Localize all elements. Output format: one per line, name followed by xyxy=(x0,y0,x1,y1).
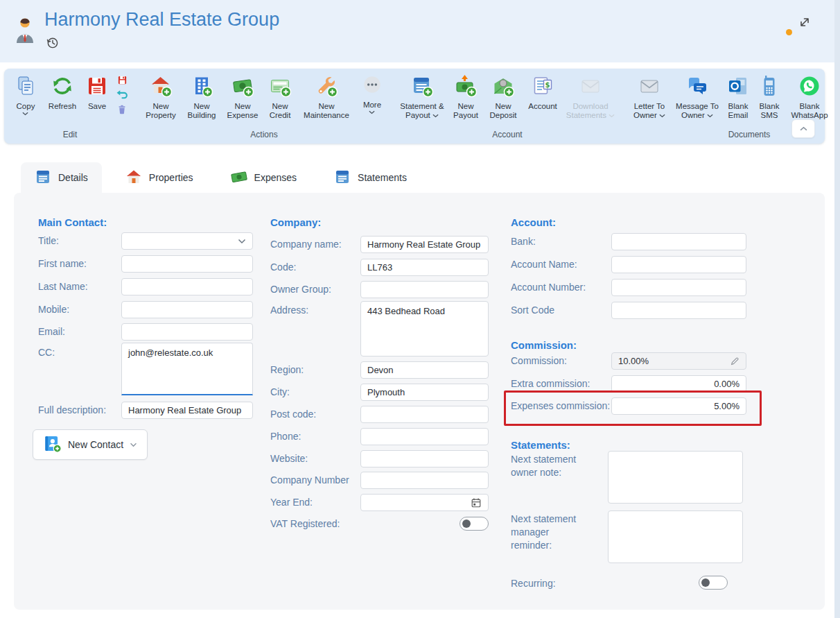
region-input[interactable] xyxy=(360,361,489,379)
message-to-owner-button[interactable]: Message To Owner xyxy=(672,72,722,123)
statements-list-icon xyxy=(334,169,351,187)
cc-textarea[interactable]: john@relestate.co.uk xyxy=(121,343,253,395)
bank-input[interactable] xyxy=(611,233,746,250)
more-button[interactable]: More xyxy=(356,72,388,117)
properties-house-icon xyxy=(125,169,142,187)
tab-statements-label: Statements xyxy=(358,172,407,183)
vat-registered-label: VAT Registered: xyxy=(270,517,340,531)
new-credit-button[interactable]: New Credit xyxy=(263,72,297,123)
account-ledger-button[interactable]: $ Account xyxy=(523,72,563,114)
undo-button[interactable] xyxy=(116,89,128,100)
account-name-input[interactable] xyxy=(611,256,746,273)
edit-mini-buttons xyxy=(112,72,132,115)
city-input[interactable] xyxy=(360,384,489,401)
delete-button[interactable] xyxy=(117,104,127,115)
message-bubbles-icon xyxy=(686,75,708,100)
account-name-label: Account Name: xyxy=(511,258,577,271)
first-name-label: First name: xyxy=(38,257,87,271)
chevron-down-icon xyxy=(238,239,246,244)
full-description-input[interactable] xyxy=(121,402,253,419)
company-name-input[interactable] xyxy=(360,236,489,253)
first-name-input[interactable] xyxy=(121,255,253,273)
letter-envelope-icon xyxy=(638,75,660,100)
blank-email-button[interactable]: Blank Email xyxy=(722,72,754,123)
new-expense-button[interactable]: New Expense xyxy=(222,72,263,123)
owner-note-label: Next statement owner note: xyxy=(511,453,594,479)
company-heading: Company: xyxy=(270,216,321,228)
refresh-icon xyxy=(51,75,73,100)
owner-group-label: Owner Group: xyxy=(270,283,331,296)
phone-label: Phone: xyxy=(270,430,301,443)
expand-icon[interactable] xyxy=(797,15,812,30)
ribbon-group-actions: New Property xyxy=(136,69,392,144)
copy-button[interactable]: Copy xyxy=(8,72,43,119)
account-ledger-icon: $ xyxy=(532,75,554,100)
calendar-icon xyxy=(471,497,482,508)
owner-avatar-icon xyxy=(14,14,36,46)
expenses-commission-input[interactable] xyxy=(611,397,746,415)
address-label: Address: xyxy=(270,304,308,317)
ribbon-group-edit: Copy Refresh xyxy=(4,69,136,144)
new-property-button[interactable]: New Property xyxy=(140,72,182,123)
account-number-label: Account Number: xyxy=(511,281,586,294)
account-heading: Account: xyxy=(511,216,556,228)
sort-code-input[interactable] xyxy=(611,302,746,319)
email-input[interactable] xyxy=(121,323,253,341)
new-maintenance-button[interactable]: New Maintenance xyxy=(297,72,356,123)
code-input[interactable] xyxy=(360,259,489,276)
account-number-input[interactable] xyxy=(611,279,746,296)
owner-group-input[interactable] xyxy=(360,281,489,298)
company-number-input[interactable] xyxy=(360,472,489,489)
recurring-toggle[interactable] xyxy=(699,576,728,590)
history-icon[interactable] xyxy=(46,36,60,50)
whatsapp-icon xyxy=(798,75,821,100)
sms-phone-icon xyxy=(758,75,780,100)
new-contact-button[interactable]: New Contact xyxy=(33,429,148,460)
extra-commission-input[interactable] xyxy=(611,375,746,393)
year-end-label: Year End: xyxy=(270,496,313,509)
statement-payout-icon xyxy=(411,75,433,100)
tab-expenses[interactable]: Expenses xyxy=(217,162,310,193)
pencil-edit-icon xyxy=(730,357,740,366)
vat-registered-toggle[interactable] xyxy=(460,517,489,531)
blank-whatsapp-button[interactable]: Blank WhatsApp xyxy=(785,72,834,123)
letter-to-owner-button[interactable]: Letter To Owner xyxy=(627,72,672,123)
commission-heading: Commission: xyxy=(511,339,577,351)
phone-input[interactable] xyxy=(360,428,489,445)
chevron-down-icon xyxy=(130,443,137,447)
ribbon-collapse-button[interactable] xyxy=(791,119,815,138)
tab-details[interactable]: Details xyxy=(21,162,102,193)
new-deposit-icon xyxy=(492,75,514,100)
svg-text:$: $ xyxy=(545,81,550,89)
save-button[interactable]: Save xyxy=(82,72,112,114)
details-panel: Main Contact: Title: First name: Last Na… xyxy=(14,193,825,610)
website-label: Website: xyxy=(270,452,308,465)
new-deposit-button[interactable]: New Deposit xyxy=(484,72,523,123)
tab-expenses-label: Expenses xyxy=(254,172,297,183)
post-code-input[interactable] xyxy=(360,406,489,423)
details-list-icon xyxy=(35,169,51,187)
save-small-button[interactable] xyxy=(117,75,128,85)
website-input[interactable] xyxy=(360,450,489,467)
more-ellipsis-icon xyxy=(362,75,383,98)
refresh-button[interactable]: Refresh xyxy=(43,72,82,114)
year-end-input[interactable] xyxy=(360,494,489,511)
tab-statements[interactable]: Statements xyxy=(320,162,421,193)
download-statements-button[interactable]: Download Statements xyxy=(563,72,618,123)
expenses-money-icon xyxy=(231,169,247,187)
last-name-input[interactable] xyxy=(121,278,253,295)
new-payout-button[interactable]: New Payout xyxy=(448,72,484,123)
ribbon-group-label-edit: Edit xyxy=(8,128,132,144)
new-building-button[interactable]: New Building xyxy=(182,72,222,123)
blank-sms-button[interactable]: Blank SMS xyxy=(754,72,785,123)
tab-properties[interactable]: Properties xyxy=(112,162,207,193)
owner-note-textarea[interactable] xyxy=(608,451,743,504)
commission-input[interactable]: 10.00% xyxy=(611,352,746,370)
title-select[interactable] xyxy=(121,232,253,250)
code-label: Code: xyxy=(270,261,296,274)
mobile-input[interactable] xyxy=(121,301,253,318)
manager-reminder-textarea[interactable] xyxy=(608,510,743,563)
address-textarea[interactable]: 443 Bedhead Road xyxy=(360,301,489,357)
statement-payout-button[interactable]: Statement & Payout xyxy=(396,72,448,123)
copy-icon xyxy=(15,75,37,100)
